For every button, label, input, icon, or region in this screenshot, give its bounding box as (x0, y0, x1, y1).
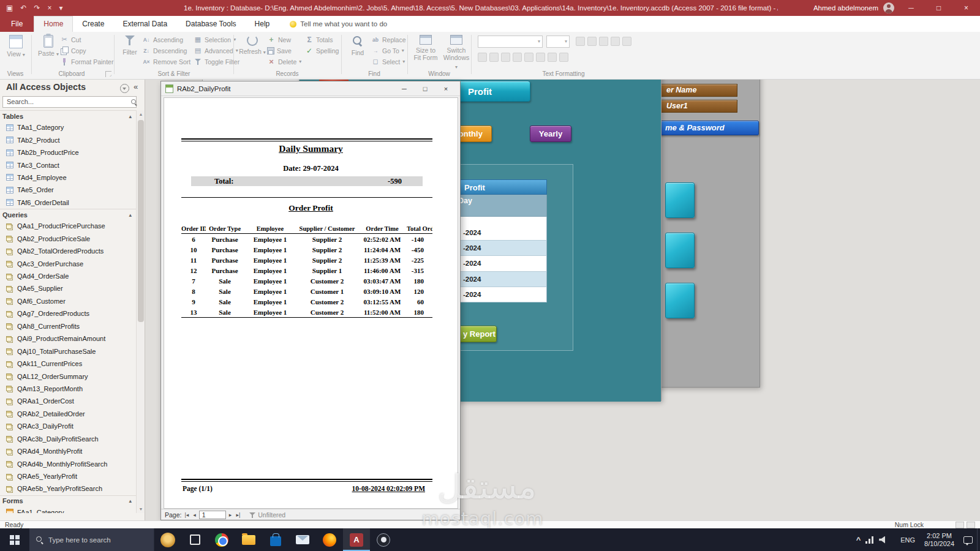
nav-item[interactable]: QAe5_Supplier (0, 282, 137, 294)
hidden-icons-chevron[interactable] (856, 535, 861, 544)
store-taskbar-button[interactable] (262, 528, 289, 551)
scroll-down-icon[interactable]: ▼ (137, 505, 145, 513)
cyan-action-button-3[interactable] (665, 283, 695, 318)
nav-item[interactable]: QAb2_TotalOrderedProducts (0, 245, 137, 257)
profit-date-row[interactable]: -2024 (454, 241, 547, 256)
view-button[interactable]: View (5, 34, 27, 59)
browser-taskbar-button[interactable] (208, 528, 235, 551)
start-button[interactable] (0, 528, 29, 551)
filter-status-toggle[interactable]: Unfiltered (249, 511, 285, 519)
obs-taskbar-button[interactable] (370, 528, 397, 551)
nav-item[interactable]: QAL12_OrderSummary (0, 370, 137, 382)
record-number-input[interactable]: 1 (199, 511, 226, 519)
nav-item[interactable]: QAb2_ProductPriceSale (0, 233, 137, 245)
tab-database-tools[interactable]: Database Tools (176, 16, 246, 32)
taskbar-clock[interactable]: 2:02 PM 8/10/2024 (919, 528, 959, 551)
profit-date-row[interactable]: -2024 (454, 287, 547, 302)
nav-item[interactable]: QAd4_OrderSale (0, 270, 137, 282)
font-size-dropdown[interactable] (546, 36, 570, 48)
align-left-icon[interactable] (536, 53, 545, 62)
nav-item[interactable]: FAa1_Category (0, 506, 137, 513)
close-button[interactable]: × (952, 0, 980, 16)
cut-button[interactable]: Cut (60, 34, 81, 45)
numbering-icon[interactable] (587, 37, 597, 46)
redo-icon[interactable]: ↷ (34, 4, 40, 12)
last-record-button[interactable]: ▸| (235, 512, 241, 518)
scroll-up-icon[interactable]: ▲ (137, 110, 145, 118)
prev-record-button[interactable]: ◂ (192, 512, 197, 518)
paste-button[interactable]: Paste (37, 34, 60, 58)
nav-item[interactable]: QAh8_CurrentProfits (0, 320, 137, 332)
nav-item[interactable]: TAd4_Employee (0, 171, 137, 184)
tab-external-data[interactable]: External Data (113, 16, 176, 32)
scrollbar-thumb[interactable] (138, 120, 144, 322)
account-area[interactable]: Ahmed abdelmonem (813, 0, 894, 16)
align-right-icon[interactable] (559, 53, 568, 62)
remove-sort-button[interactable]: Remove Sort (142, 56, 190, 67)
nav-item[interactable]: QAj10_TotalPurchaseSale (0, 345, 137, 357)
nav-item[interactable]: QAa1_ProductPricePurchase (0, 220, 137, 232)
cancel-icon[interactable]: × (47, 4, 51, 12)
nav-item[interactable]: QAk11_CurrentPrices (0, 358, 137, 370)
nav-collapse-icon[interactable]: « (134, 82, 138, 91)
report-window-titlebar[interactable]: RAb2_DailyProfit ─ □ × (161, 81, 460, 96)
nav-item[interactable]: TAc3_Contact (0, 159, 137, 171)
lion-taskbar-button[interactable] (154, 528, 181, 551)
customize-qat-icon[interactable]: ▾ (59, 4, 62, 12)
report-minimize-button[interactable]: ─ (394, 83, 415, 95)
nav-item[interactable]: TAf6_OrderDetail (0, 197, 137, 209)
descending-button[interactable]: Descending (142, 45, 187, 56)
ascending-button[interactable]: Ascending (142, 34, 183, 45)
task-view-taskbar-button[interactable] (181, 528, 208, 551)
underline-icon[interactable] (501, 53, 510, 62)
nav-scrollbar[interactable]: ▲ ▼ (136, 110, 145, 513)
font-name-dropdown[interactable] (478, 36, 543, 48)
select-button[interactable]: Select (371, 56, 405, 67)
nav-item[interactable]: TAb2_Product (0, 133, 137, 146)
nav-item[interactable]: QRAc3b_DailyProfitSearch (0, 433, 137, 445)
goto-button[interactable]: Go To (371, 45, 404, 56)
format-painter-button[interactable]: Format Painter (60, 56, 113, 67)
nav-item[interactable]: QRAe5b_YearlyProfitSearch (0, 482, 137, 495)
bold-icon[interactable] (478, 53, 487, 62)
switch-windows-button[interactable]: Switch Windows (442, 34, 470, 71)
tab-file[interactable]: File (0, 16, 34, 32)
copy-button[interactable]: Copy (60, 45, 86, 56)
delete-record-button[interactable]: Delete (267, 56, 301, 67)
nav-item[interactable]: TAb2b_ProductPrice (0, 146, 137, 159)
align-center-icon[interactable] (548, 53, 557, 62)
profit-date-row[interactable]: -2024 (454, 256, 547, 271)
mail-taskbar-button[interactable] (289, 528, 316, 551)
selection-button[interactable]: Selection (194, 34, 236, 45)
size-to-fit-form-button[interactable]: Size to Fit Form (412, 34, 440, 61)
save-record-button[interactable]: Save (267, 45, 292, 56)
profit-date-row[interactable]: -2024 (454, 272, 547, 287)
save-icon[interactable]: ▣ (6, 4, 13, 12)
nav-item[interactable]: TAe5_Order (0, 184, 137, 196)
tell-me-box[interactable]: Tell me what you want to do (290, 16, 387, 32)
clipboard-dialog-launcher-icon[interactable]: ◞ (105, 71, 111, 77)
increase-indent-icon[interactable] (611, 37, 620, 46)
undo-icon[interactable]: ↶ (20, 4, 26, 12)
text-direction-icon[interactable] (622, 37, 631, 46)
next-record-button[interactable]: ▸ (228, 512, 233, 518)
filter-button[interactable]: Filter (119, 34, 141, 56)
nav-item[interactable]: QRAb2_DetailedOrder (0, 408, 137, 420)
toggle-filter-button[interactable]: Toggle Filter (194, 56, 239, 67)
nav-item[interactable]: QAm13_ReportMonth (0, 383, 137, 395)
file-explorer-taskbar-button[interactable] (235, 528, 262, 551)
language-indicator[interactable]: ENG (896, 528, 919, 551)
volume-icon[interactable] (879, 536, 887, 544)
new-record-button[interactable]: New (267, 34, 291, 45)
tab-create[interactable]: Create (73, 16, 113, 32)
nav-item[interactable]: QAg7_OrderedProducts (0, 307, 137, 320)
totals-button[interactable]: Totals (305, 34, 333, 45)
show-desktop-button[interactable] (977, 528, 980, 551)
minimize-button[interactable]: ─ (897, 0, 925, 16)
spelling-button[interactable]: Spelling (305, 45, 339, 56)
report-view-icon[interactable] (956, 522, 964, 528)
profit-date-row[interactable]: -2024 (454, 225, 547, 241)
find-button[interactable]: Find (347, 34, 369, 56)
layout-view-icon[interactable] (967, 522, 975, 528)
highlight-color-icon[interactable] (524, 53, 533, 62)
